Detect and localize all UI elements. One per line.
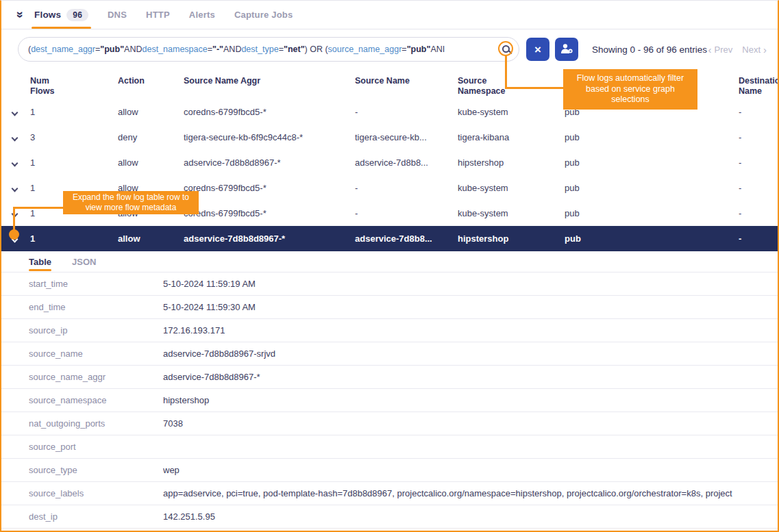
field-value: wep xyxy=(163,465,778,475)
prev-label: Prev xyxy=(715,45,733,55)
field-key: source_name xyxy=(29,349,163,359)
cell-source-name: adservice-7d8b8... xyxy=(355,233,458,244)
next-page-button[interactable]: Next › xyxy=(742,44,767,55)
tab-http[interactable]: HTTP xyxy=(146,1,170,29)
cell-source-name: - xyxy=(355,208,458,218)
column-header-source-name[interactable]: Source Name xyxy=(355,76,458,86)
tab-label: Alerts xyxy=(189,10,215,20)
collapse-panel-button[interactable]: » xyxy=(16,1,23,29)
expand-chevron-icon[interactable] xyxy=(11,183,30,193)
field-value: hipstershop xyxy=(163,395,778,405)
cell-source-name: - xyxy=(355,107,458,117)
detail-field-row: source_nameadservice-7d8b8d8967-srjvd xyxy=(1,342,778,366)
filter-bar: (dest_name_aggr = "pub" AND dest_namespa… xyxy=(1,29,778,69)
tab-label: HTTP xyxy=(146,10,170,20)
flow-row[interactable]: 3denytigera-secure-kb-6f9c9c44c8-*tigera… xyxy=(1,125,778,150)
column-header-action[interactable]: Action xyxy=(118,76,184,86)
tab-flows[interactable]: Flows96 xyxy=(34,1,88,29)
cell-num-flows: 1 xyxy=(30,233,118,244)
tab-dns[interactable]: DNS xyxy=(108,1,127,29)
detail-field-row: source_labelsapp=adservice, pci=true, po… xyxy=(1,482,778,505)
detail-field-row: end_time5-10-2024 11:59:30 AM xyxy=(1,296,778,319)
user-gear-icon xyxy=(560,42,573,57)
filter-query-input[interactable]: (dest_name_aggr = "pub" AND dest_namespa… xyxy=(18,37,519,62)
field-value: 7038 xyxy=(163,418,778,429)
cell-source-name: - xyxy=(355,183,458,193)
cell-source-name-aggr: coredns-6799fbcd5-* xyxy=(184,208,355,218)
detail-field-row: start_time5-10-2024 11:59:19 AM xyxy=(1,273,778,296)
pagination: ‹ Prev Next › xyxy=(708,44,768,55)
tab-label: Capture Jobs xyxy=(234,10,293,20)
query-segment: source_name_aggr xyxy=(328,45,402,54)
query-segment: AND xyxy=(124,45,142,54)
cell-source-namespace: tigera-kibana xyxy=(458,132,565,142)
tab-label: DNS xyxy=(108,10,127,20)
query-segment: = xyxy=(401,45,406,54)
cell-action: allow xyxy=(118,233,184,244)
field-value: adservice-7d8b8d8967-* xyxy=(163,372,778,382)
column-header-source-namespace[interactable]: Source Namespace xyxy=(458,76,565,97)
query-segment: "pub" xyxy=(407,45,431,54)
expand-chevron-icon[interactable] xyxy=(11,107,30,117)
field-key: start_time xyxy=(29,279,163,289)
column-header-source-name-aggr[interactable]: Source Name Aggr xyxy=(184,76,355,86)
tab-alerts[interactable]: Alerts xyxy=(189,1,215,29)
expand-chevron-icon[interactable] xyxy=(11,132,30,142)
field-value: 142.251.5.95 xyxy=(163,511,778,522)
next-label: Next xyxy=(742,45,761,55)
query-segment: "pub" xyxy=(100,45,124,54)
flows-table-body: 1allowcoredns-6799fbcd5-*-kube-systempub… xyxy=(1,99,778,251)
query-segment: dest_name_aggr xyxy=(31,45,95,54)
cell-dest-name-aggr: pub xyxy=(565,132,739,142)
detail-fields: start_time5-10-2024 11:59:19 AMend_time5… xyxy=(1,272,778,529)
cell-dest-name: - xyxy=(739,132,778,142)
cell-source-namespace: kube-system xyxy=(458,183,565,193)
field-value: 172.16.193.171 xyxy=(163,325,778,335)
field-key: source_port xyxy=(29,442,163,452)
detail-tab-table[interactable]: Table xyxy=(29,257,51,271)
query-segment: ) OR ( xyxy=(305,45,328,54)
flow-row[interactable]: 1allowadservice-7d8b8d8967-*adservice-7d… xyxy=(1,226,778,251)
detail-field-row: nat_outgoing_ports7038 xyxy=(1,412,778,435)
cell-dest-name-aggr: pub xyxy=(565,183,739,193)
prev-page-button[interactable]: ‹ Prev xyxy=(708,44,733,55)
tab-capture-jobs[interactable]: Capture Jobs xyxy=(234,1,293,29)
cell-dest-name: - xyxy=(739,183,778,193)
cell-num-flows: 1 xyxy=(30,107,118,117)
cell-num-flows: 1 xyxy=(30,157,118,168)
flow-logs-panel: » Flows96DNSHTTPAlertsCapture Jobs (dest… xyxy=(0,0,779,532)
cell-dest-name: - xyxy=(739,233,778,244)
detail-field-row: dest_ip142.251.5.95 xyxy=(1,505,778,529)
cell-dest-name-aggr: pub xyxy=(565,208,739,218)
expand-chevron-icon[interactable] xyxy=(11,157,30,168)
field-key: source_name_aggr xyxy=(29,372,163,382)
highlight-dot xyxy=(9,229,19,240)
field-key: source_type xyxy=(29,465,163,475)
flow-row[interactable]: 1allowadservice-7d8b8d8967-*adservice-7d… xyxy=(1,150,778,175)
clear-filter-button[interactable]: × xyxy=(526,38,549,61)
cell-source-namespace: hipstershop xyxy=(458,157,565,168)
query-segment: = xyxy=(279,45,284,54)
query-segment: "-" xyxy=(212,45,223,54)
cell-source-name-aggr: coredns-6799fbcd5-* xyxy=(184,183,355,193)
query-segment: AND xyxy=(223,45,241,54)
column-header-num-flows[interactable]: Num Flows xyxy=(30,76,118,97)
cell-dest-name: - xyxy=(739,208,778,218)
detail-field-row: source_port xyxy=(1,435,778,459)
cell-source-namespace: kube-system xyxy=(458,107,565,117)
highlight-ring xyxy=(498,41,513,56)
query-segment: = xyxy=(208,45,212,54)
cell-source-name-aggr: adservice-7d8b8d8967-* xyxy=(184,157,355,168)
callout-leader-line xyxy=(505,55,507,87)
callout-leader-line xyxy=(505,87,563,89)
detail-tab-json[interactable]: JSON xyxy=(72,257,96,271)
cell-action: deny xyxy=(118,132,184,142)
field-key: source_namespace xyxy=(29,395,163,405)
user-settings-button[interactable] xyxy=(555,38,578,61)
cell-source-name-aggr: coredns-6799fbcd5-* xyxy=(184,107,355,117)
cell-dest-name-aggr: pub xyxy=(565,157,739,168)
cell-source-name: tigera-secure-kb... xyxy=(355,132,458,142)
column-header-dest-name[interactable]: Destination Name xyxy=(739,76,778,97)
query-segment: dest_type xyxy=(241,45,278,54)
query-segment: "net" xyxy=(284,45,305,54)
